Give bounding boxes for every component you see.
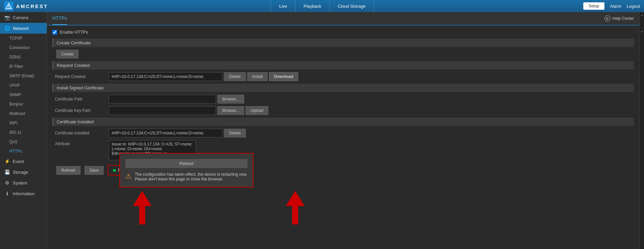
help-center-icon: ⚙ (604, 15, 610, 22)
sidebar-sub-ipfilter[interactable]: IP Filter (0, 62, 47, 71)
main-layout: 📷 Camera 🌐 Network TCP/IP Connection DDN… (0, 12, 644, 249)
sidebar-sub-upnp[interactable]: UPnP (0, 81, 47, 90)
reboot-message-text: The configuration has taken effect, the … (135, 172, 248, 181)
arrow-shaft-left (139, 206, 145, 224)
camera-icon: 📷 (4, 15, 10, 20)
nav-links: Live Playback Cloud Storage (61, 0, 583, 12)
request-created-field[interactable] (109, 72, 223, 81)
sidebar: 📷 Camera 🌐 Network TCP/IP Connection DDN… (0, 12, 47, 249)
attr-line2: L=none; O=none; OU=none; (112, 147, 193, 151)
sidebar-sub-https[interactable]: HTTPs (0, 147, 47, 156)
delete-cert-request-button[interactable]: Delete (224, 72, 246, 81)
help-center-button[interactable]: ⚙ Help Center (604, 15, 634, 22)
nav-right: Setup Alarm Logout (583, 2, 640, 10)
page-header: HTTPs ⚙ Help Center (47, 12, 639, 26)
browse-cert-key-button[interactable]: Browse... (217, 106, 244, 115)
install-signed-header: Install Signed Certificate (52, 84, 634, 92)
info-icon: ℹ (4, 191, 10, 196)
nav-cloud-storage[interactable]: Cloud Storage (330, 0, 374, 12)
sidebar-sub-bonjour[interactable]: Bonjour (0, 99, 47, 109)
refresh-button[interactable]: Refresh (56, 166, 80, 175)
delete-cert-installed-button[interactable]: Delete (224, 129, 246, 137)
warning-icon: ⚠ (125, 172, 131, 180)
sidebar-sub-snmp[interactable]: SNMP (0, 90, 47, 99)
sidebar-item-information[interactable]: ℹ Information (0, 188, 47, 199)
arrowhead-left (133, 191, 152, 206)
request-created-header: Request Created (52, 61, 634, 70)
cert-installed-row: Certificate Installed Delete (52, 129, 634, 137)
amcrest-logo-icon (4, 1, 13, 11)
page-title: HTTPs (52, 12, 67, 25)
save-button[interactable]: Save (85, 166, 104, 175)
arrow-right (286, 191, 305, 224)
sidebar-item-event[interactable]: ⚡ Event (0, 156, 47, 167)
cert-installed-label: Certificate Installed (55, 131, 109, 135)
create-cert-header: Create Certificate (52, 39, 634, 47)
cert-key-path-field[interactable] (109, 106, 216, 115)
reboot-message: ⚠ The configuration has taken effect, th… (125, 172, 248, 181)
sidebar-item-camera[interactable]: 📷 Camera (0, 12, 47, 23)
cert-installed-header: Certificate Installed (52, 118, 634, 126)
form-content: Enable HTTPs Create Certificate Create R… (47, 26, 639, 229)
sidebar-camera-label: Camera (13, 15, 28, 20)
system-icon: ⚙ (4, 180, 10, 185)
reboot-title: Reboot (125, 159, 248, 168)
logo-text: AMCREST (16, 3, 48, 9)
cert-key-path-row: Certificate Key Path Browse... Upload (52, 106, 634, 115)
setup-button[interactable]: Setup (583, 2, 604, 10)
logout-link[interactable]: Logout (627, 4, 640, 9)
sidebar-sub-smtp[interactable]: SMTP (Email) (0, 71, 47, 81)
cert-path-field[interactable] (109, 95, 216, 103)
sidebar-sub-qos[interactable]: QoS (0, 137, 47, 147)
request-created-row: Request Created Delete Install Download (52, 72, 634, 81)
event-icon: ⚡ (4, 159, 10, 164)
cert-key-path-label: Certificate Key Path (55, 108, 109, 113)
sidebar-system-label: System (13, 180, 27, 185)
sidebar-sub-tcpip[interactable]: TCP/IP (0, 34, 47, 43)
sidebar-sub-dot1x[interactable]: 802.1x (0, 128, 47, 137)
sidebar-sub-ddns[interactable]: DDNS (0, 52, 47, 62)
enable-https-checkbox[interactable] (52, 30, 57, 35)
sidebar-sub-connection[interactable]: Connection (0, 43, 47, 52)
sidebar-item-network[interactable]: 🌐 Network (0, 23, 47, 34)
browse-cert-path-button[interactable]: Browse... (217, 95, 244, 103)
nav-playback[interactable]: Playback (296, 0, 330, 12)
enable-https-label: Enable HTTPs (60, 30, 88, 35)
action-row: Refresh Save Refresh Successful Reboot ⚠… (52, 163, 634, 177)
arrow-shaft-right (292, 206, 298, 224)
sidebar-item-storage[interactable]: 💾 Storage (0, 167, 47, 177)
content-area: HTTPs ⚙ Help Center Enable HTTPs Create … (47, 12, 639, 249)
arrow-left (133, 191, 152, 224)
request-created-label: Request Created (55, 74, 109, 79)
enable-https-row: Enable HTTPs (52, 30, 634, 35)
storage-icon: 💾 (4, 169, 10, 175)
install-button[interactable]: Install (247, 72, 268, 81)
sidebar-item-system[interactable]: ⚙ System (0, 177, 47, 188)
create-button[interactable]: Create (56, 50, 78, 58)
right-scrollbar: ▲ ▼ (639, 12, 644, 249)
nav-live[interactable]: Live (271, 0, 296, 12)
network-icon: 🌐 (4, 26, 10, 31)
sidebar-event-label: Event (13, 159, 24, 164)
attr-line1: Issue to: H/IP=10.0.17.134; C=US; ST=non… (112, 142, 193, 147)
upload-button[interactable]: Upload (246, 106, 268, 115)
alarm-link[interactable]: Alarm (610, 4, 621, 9)
success-dot (113, 169, 116, 172)
create-cert-row: Create (52, 50, 634, 58)
download-button[interactable]: Download (269, 72, 298, 81)
sidebar-sub-wifi[interactable]: WiFi (0, 118, 47, 128)
help-center-label: Help Center (612, 16, 634, 21)
logo: AMCREST (4, 1, 48, 11)
sidebar-storage-label: Storage (13, 170, 28, 175)
sidebar-network-label: Network (13, 26, 29, 31)
svg-point-2 (8, 8, 9, 8)
reboot-dialog: Reboot ⚠ The configuration has taken eff… (119, 153, 254, 188)
arrowhead-right (286, 191, 305, 206)
sidebar-info-label: Information (13, 191, 35, 196)
cert-installed-field[interactable] (109, 129, 223, 137)
attribute-label: Attribute (55, 140, 109, 146)
sidebar-sub-multicast[interactable]: Multicast (0, 109, 47, 118)
cert-path-row: Certificate Path Browse... (52, 95, 634, 103)
top-nav: AMCREST Live Playback Cloud Storage Setu… (0, 0, 644, 12)
cert-path-label: Certificate Path (55, 97, 109, 101)
